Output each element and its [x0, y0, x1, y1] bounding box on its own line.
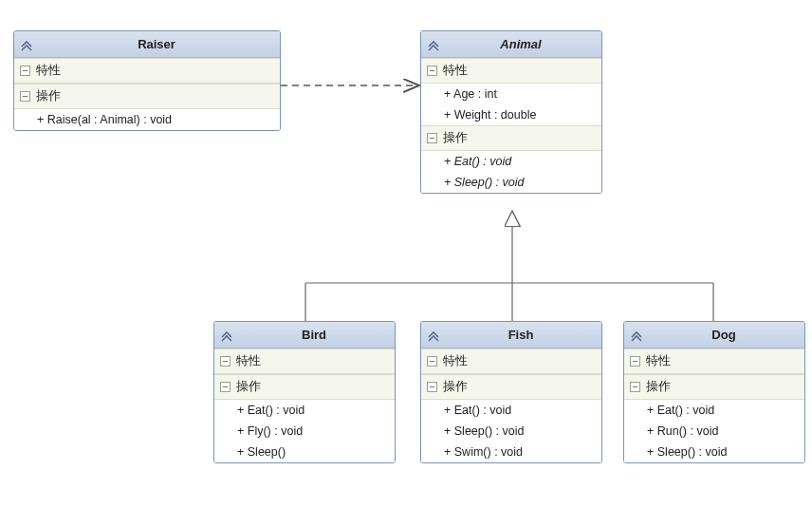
chevron-up-icon[interactable] — [427, 329, 440, 342]
operations-body: + Eat() : void + Sleep() : void + Swim()… — [421, 400, 601, 462]
section-label: 操作 — [36, 89, 61, 103]
minus-icon[interactable]: − — [427, 382, 437, 392]
minus-icon[interactable]: − — [220, 356, 231, 367]
section-label: 特性 — [236, 354, 261, 367]
class-bird[interactable]: Bird −特性 −操作 + Eat() : void + Fly() : vo… — [213, 321, 396, 463]
minus-icon[interactable]: − — [20, 91, 30, 102]
minus-icon[interactable]: − — [427, 66, 437, 76]
operation-item[interactable]: + Sleep() : void — [421, 172, 601, 193]
section-label: 特性 — [36, 64, 61, 77]
class-name: Fish — [508, 328, 534, 342]
operation-item[interactable]: + Swim() : void — [421, 442, 601, 462]
class-header[interactable]: Animal — [421, 31, 601, 58]
section-label: 特性 — [443, 354, 468, 367]
operation-item[interactable]: + Sleep() — [214, 442, 395, 462]
minus-icon[interactable]: − — [20, 66, 30, 76]
section-label: 特性 — [646, 354, 671, 367]
operations-body: + Raise(al : Animal) : void — [14, 109, 280, 130]
class-dog[interactable]: Dog −特性 −操作 + Eat() : void + Run() : voi… — [623, 321, 805, 463]
operations-body: + Eat() : void + Run() : void + Sleep() … — [624, 400, 804, 462]
operation-item[interactable]: + Raise(al : Animal) : void — [14, 109, 280, 130]
attribute-item[interactable]: + Weight : double — [421, 104, 601, 125]
uml-class-diagram: Raiser −特性 −操作 + Raise(al : Animal) : vo… — [0, 0, 812, 508]
section-operations[interactable]: −操作 — [214, 374, 395, 400]
minus-icon[interactable]: − — [427, 356, 437, 367]
attributes-body: + Age : int + Weight : double — [421, 84, 601, 125]
operation-item[interactable]: + Run() : void — [624, 421, 804, 442]
operation-item[interactable]: + Sleep() : void — [624, 442, 804, 462]
section-label: 操作 — [443, 131, 468, 144]
operation-item[interactable]: + Sleep() : void — [421, 421, 601, 442]
minus-icon[interactable]: − — [427, 133, 437, 143]
class-animal[interactable]: Animal −特性 + Age : int + Weight : double… — [420, 30, 602, 194]
operation-item[interactable]: + Eat() : void — [214, 400, 395, 421]
section-attributes[interactable]: −特性 — [214, 348, 395, 374]
minus-icon[interactable]: − — [630, 382, 640, 392]
class-name: Raiser — [138, 37, 175, 51]
chevron-up-icon[interactable] — [427, 38, 440, 51]
operation-item[interactable]: + Eat() : void — [421, 400, 601, 421]
operations-body: + Eat() : void + Fly() : void + Sleep() — [214, 400, 395, 462]
chevron-up-icon[interactable] — [220, 329, 233, 342]
class-name: Dog — [711, 328, 735, 342]
section-operations[interactable]: −操作 — [624, 374, 804, 400]
section-label: 操作 — [646, 380, 671, 393]
minus-icon[interactable]: − — [220, 382, 231, 392]
chevron-up-icon[interactable] — [630, 329, 643, 342]
class-header[interactable]: Dog — [624, 322, 804, 348]
section-operations[interactable]: −操作 — [421, 125, 601, 151]
section-attributes[interactable]: −特性 — [14, 58, 280, 84]
section-attributes[interactable]: −特性 — [421, 348, 601, 374]
operation-item[interactable]: + Eat() : void — [421, 151, 601, 172]
class-name: Animal — [500, 37, 541, 51]
class-fish[interactable]: Fish −特性 −操作 + Eat() : void + Sleep() : … — [420, 321, 602, 463]
operations-body: + Eat() : void + Sleep() : void — [421, 151, 601, 193]
section-label: 操作 — [236, 380, 261, 393]
section-label: 特性 — [443, 64, 468, 77]
class-name: Bird — [302, 328, 326, 342]
section-attributes[interactable]: −特性 — [624, 348, 804, 374]
class-header[interactable]: Raiser — [14, 31, 280, 58]
operation-item[interactable]: + Fly() : void — [214, 421, 395, 442]
chevron-up-icon[interactable] — [20, 38, 33, 51]
class-header[interactable]: Fish — [421, 322, 601, 348]
minus-icon[interactable]: − — [630, 356, 640, 367]
section-attributes[interactable]: −特性 — [421, 58, 601, 84]
attribute-item[interactable]: + Age : int — [421, 84, 601, 104]
class-header[interactable]: Bird — [214, 322, 395, 348]
class-raiser[interactable]: Raiser −特性 −操作 + Raise(al : Animal) : vo… — [13, 30, 281, 131]
operation-item[interactable]: + Eat() : void — [624, 400, 804, 421]
section-label: 操作 — [443, 380, 468, 393]
section-operations[interactable]: −操作 — [14, 84, 280, 109]
section-operations[interactable]: −操作 — [421, 374, 601, 400]
